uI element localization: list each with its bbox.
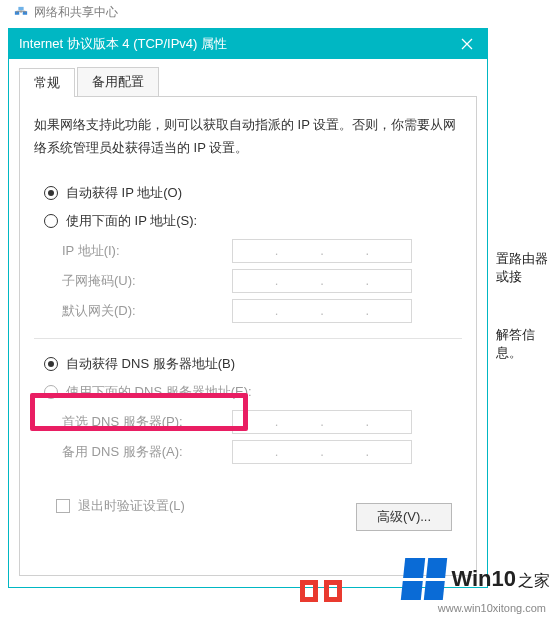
default-gateway-input: ... [232,299,412,323]
parent-window-title: 网络和共享中心 [14,4,118,21]
network-icon [14,6,28,20]
svg-rect-2 [18,6,23,10]
decorative-red-bars [300,580,342,602]
alternate-dns-input: ... [232,440,412,464]
tab-panel-general: 如果网络支持此功能，则可以获取自动指派的 IP 设置。否则，你需要从网络系统管理… [19,96,477,576]
radio-icon [44,186,58,200]
advanced-button[interactable]: 高级(V)... [356,503,452,531]
radio-icon [44,385,58,399]
checkbox-icon [56,499,70,513]
background-text: 置路由器或接 解答信息。 [496,250,556,370]
titlebar: Internet 协议版本 4 (TCP/IPv4) 属性 [9,29,487,59]
field-ip-address: IP 地址(I): ... [34,236,462,266]
radio-ip-manual[interactable]: 使用下面的 IP 地址(S): [34,208,462,234]
field-dns-preferred: 首选 DNS 服务器(P): ... [34,407,462,437]
preferred-dns-input: ... [232,410,412,434]
ip-address-input: ... [232,239,412,263]
tab-alternate[interactable]: 备用配置 [77,67,159,97]
radio-dns-auto[interactable]: 自动获得 DNS 服务器地址(B) [34,351,462,377]
close-button[interactable] [447,29,487,59]
field-dns-alternate: 备用 DNS 服务器(A): ... [34,437,462,467]
radio-ip-auto[interactable]: 自动获得 IP 地址(O) [34,180,462,206]
watermark-url: www.win10xitong.com [438,602,546,614]
watermark: Win10之家 www.win10xitong.com [403,558,550,614]
subnet-mask-input: ... [232,269,412,293]
separator [34,338,462,339]
tab-strip: 常规 备用配置 [19,67,477,97]
radio-icon [44,214,58,228]
tab-general[interactable]: 常规 [19,68,75,97]
parent-window-label: 网络和共享中心 [34,4,118,21]
field-default-gateway: 默认网关(D): ... [34,296,462,326]
description-text: 如果网络支持此功能，则可以获取自动指派的 IP 设置。否则，你需要从网络系统管理… [34,113,462,160]
radio-icon [44,357,58,371]
radio-dns-manual[interactable]: 使用下面的 DNS 服务器地址(E): [34,379,462,405]
checkbox-validate-on-exit[interactable]: 退出时验证设置(L) [46,487,185,525]
windows-logo-icon [401,558,447,600]
dialog-title: Internet 协议版本 4 (TCP/IPv4) 属性 [19,35,447,53]
field-subnet-mask: 子网掩码(U): ... [34,266,462,296]
ipv4-properties-dialog: Internet 协议版本 4 (TCP/IPv4) 属性 常规 备用配置 如果… [8,28,488,588]
watermark-brand: Win10之家 [451,566,550,592]
